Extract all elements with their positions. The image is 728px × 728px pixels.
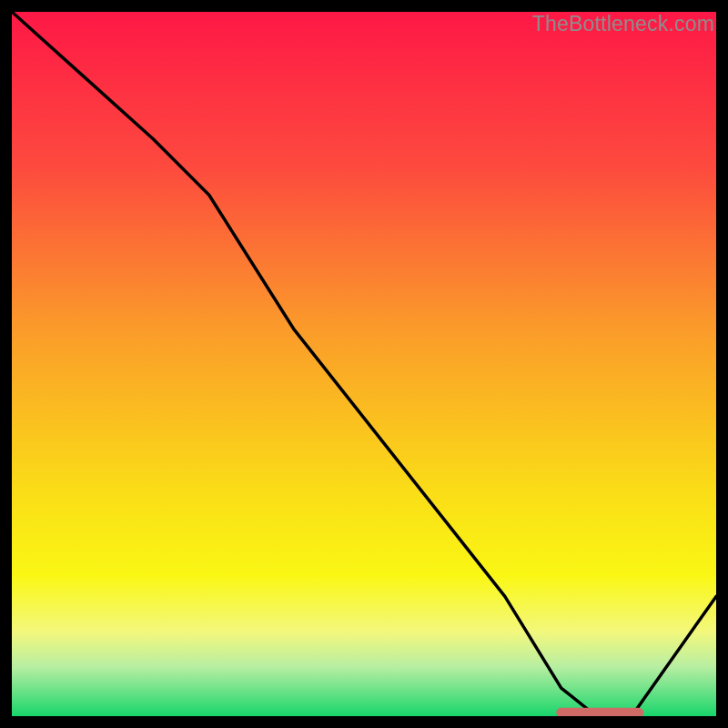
plot-area: TheBottleneck.com xyxy=(12,12,716,716)
watermark-text: TheBottleneck.com xyxy=(532,12,714,36)
chart-frame: TheBottleneck.com xyxy=(0,0,728,728)
bottleneck-curve xyxy=(12,12,716,716)
